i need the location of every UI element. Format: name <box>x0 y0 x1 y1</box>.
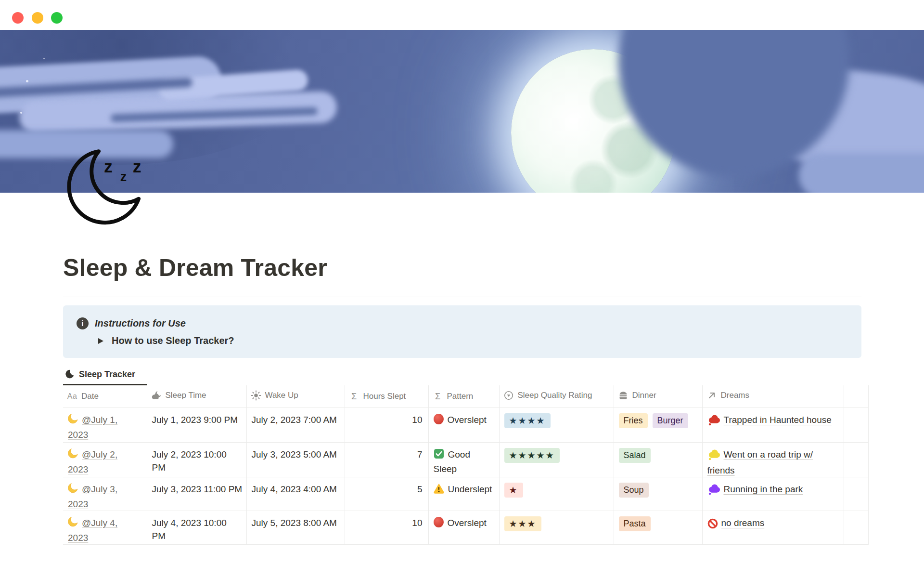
cell-wake-up[interactable]: July 3, 2023 5:00 AM <box>246 443 345 477</box>
warning-emoji <box>434 483 444 497</box>
window-titlebar <box>0 0 924 30</box>
cell-blank <box>844 477 868 511</box>
star-rating-tag[interactable]: ★ <box>504 483 523 498</box>
table-row: @July 2, 2023July 2, 2023 10:00 PMJuly 3… <box>63 443 868 477</box>
cell-sleep-time[interactable]: July 1, 2023 9:00 PM <box>147 408 246 443</box>
cell-hours-slept[interactable]: 10 <box>345 408 428 443</box>
toggle-triangle-icon[interactable] <box>98 338 103 344</box>
cell-blank <box>844 443 868 477</box>
window-minimize-button[interactable] <box>32 12 43 24</box>
table-body: @July 1, 2023July 1, 2023 9:00 PMJuly 2,… <box>63 408 868 545</box>
column-header-sleep-quality-rating[interactable]: Sleep Quality Rating <box>499 385 614 408</box>
cell-pattern[interactable]: Underslept <box>428 477 499 511</box>
cell-blank <box>844 511 868 545</box>
cell-date[interactable]: @July 3, 2023 <box>63 477 147 511</box>
cell-hours-slept[interactable]: 10 <box>345 511 428 545</box>
crescent-moon-emoji <box>68 483 79 498</box>
cell-sleep-quality-rating[interactable]: ★★★★ <box>499 408 614 443</box>
sigma-icon: Σ <box>349 391 359 402</box>
cell-wake-up[interactable]: July 2, 2023 7:00 AM <box>246 408 345 443</box>
red-circle-emoji <box>434 517 444 531</box>
star-dot <box>20 112 22 114</box>
cell-dinner[interactable]: Pasta <box>614 511 702 545</box>
cell-sleep-time[interactable]: July 4, 2023 10:00 PM <box>147 511 246 545</box>
cell-sleep-quality-rating[interactable]: ★ <box>499 477 614 511</box>
star-dot <box>26 80 28 82</box>
column-header-sleep-time[interactable]: Sleep Time <box>147 385 246 408</box>
cell-dreams[interactable]: Trapped in Haunted house <box>702 408 844 443</box>
dream-page-link[interactable]: Running in the park <box>724 484 803 494</box>
dinner-tag-fries[interactable]: Fries <box>619 413 648 428</box>
page-icon-sleeping-moon-zzz[interactable]: z z z <box>66 147 151 226</box>
dream-page-link[interactable]: Went on a road trip w/ friends <box>707 449 813 475</box>
pattern-label: Underslept <box>448 484 492 494</box>
cell-date[interactable]: @July 1, 2023 <box>63 408 147 443</box>
cell-hours-slept[interactable]: 5 <box>345 477 428 511</box>
cell-hours-slept[interactable]: 7 <box>345 443 428 477</box>
select-icon <box>503 390 514 401</box>
page-title[interactable]: Sleep & Dream Tracker <box>63 253 868 282</box>
window-zoom-button[interactable] <box>51 12 63 24</box>
column-header-hours-slept[interactable]: ΣHours Slept <box>345 385 428 408</box>
cell-wake-up[interactable]: July 4, 2023 4:00 AM <box>246 477 345 511</box>
pattern-label: Overslept <box>448 415 487 425</box>
no-entry-emoji <box>707 518 718 532</box>
cell-pattern[interactable]: Good Sleep <box>428 443 499 477</box>
column-header-dinner[interactable]: Dinner <box>614 385 702 408</box>
pattern-label: Overslept <box>448 518 487 528</box>
cell-dreams[interactable]: Went on a road trip w/ friends <box>702 443 844 477</box>
cell-dinner[interactable]: Salad <box>614 443 702 477</box>
instructions-callout: i Instructions for Use How to use Sleep … <box>63 305 861 358</box>
column-label: Wake Up <box>265 391 298 400</box>
star-rating-tag[interactable]: ★★★ <box>504 516 541 531</box>
cell-sleep-quality-rating[interactable]: ★★★ <box>499 511 614 545</box>
dream-page-link[interactable]: no dreams <box>721 518 765 528</box>
column-label: Pattern <box>447 392 474 401</box>
column-label: Hours Slept <box>363 392 406 401</box>
dinner-tag-pasta[interactable]: Pasta <box>619 516 651 531</box>
callout-title: Instructions for Use <box>95 318 186 329</box>
cell-pattern[interactable]: Overslept <box>428 511 499 545</box>
tab-sleep-tracker[interactable]: Sleep Tracker <box>63 365 147 385</box>
window-close-button[interactable] <box>12 12 24 24</box>
crescent-moon-emoji <box>68 448 79 463</box>
star-rating-tag[interactable]: ★★★★★ <box>504 448 560 463</box>
toggle-label: How to use Sleep Tracker? <box>112 335 234 346</box>
column-label: Dinner <box>632 391 656 400</box>
cell-date[interactable]: @July 4, 2023 <box>63 511 147 545</box>
dinner-tag-burger[interactable]: Burger <box>653 413 688 428</box>
table-row: @July 1, 2023July 1, 2023 9:00 PMJuly 2,… <box>63 408 868 443</box>
crescent-moon-emoji <box>68 516 79 531</box>
cell-date[interactable]: @July 2, 2023 <box>63 443 147 477</box>
title-icon: Aa <box>67 391 77 402</box>
star-rating-tag[interactable]: ★★★★ <box>504 413 551 428</box>
column-header-blank <box>844 385 868 408</box>
column-header-pattern[interactable]: ΣPattern <box>428 385 499 408</box>
purple-cloud-emoji <box>707 483 720 499</box>
cloud-moon-icon <box>151 390 162 401</box>
dinner-tag-salad[interactable]: Salad <box>619 448 651 463</box>
dream-page-link[interactable]: Trapped in Haunted house <box>724 415 832 425</box>
check-emoji <box>434 448 444 462</box>
cell-sleep-quality-rating[interactable]: ★★★★★ <box>499 443 614 477</box>
column-label: Dreams <box>721 391 750 400</box>
column-header-wake-up[interactable]: Wake Up <box>246 385 345 408</box>
yellow-cloud-emoji <box>707 448 720 464</box>
dinner-tag-soup[interactable]: Soup <box>619 483 649 498</box>
column-header-dreams[interactable]: Dreams <box>702 385 844 408</box>
cell-dinner[interactable]: FriesBurger <box>614 408 702 443</box>
cell-dreams[interactable]: Running in the park <box>702 477 844 511</box>
cell-sleep-time[interactable]: July 2, 2023 10:00 PM <box>147 443 246 477</box>
crescent-moon-icon <box>64 369 75 380</box>
column-label: Sleep Quality Rating <box>518 391 592 400</box>
zzz-letter: z <box>104 157 113 176</box>
cell-wake-up[interactable]: July 5, 2023 8:00 AM <box>246 511 345 545</box>
column-header-date[interactable]: AaDate <box>63 385 147 408</box>
cell-dreams[interactable]: no dreams <box>702 511 844 545</box>
toggle-how-to-use[interactable]: How to use Sleep Tracker? <box>98 335 848 346</box>
cell-dinner[interactable]: Soup <box>614 477 702 511</box>
sun-icon <box>251 390 261 401</box>
cell-pattern[interactable]: Overslept <box>428 408 499 443</box>
view-tab-bar: Sleep Tracker <box>63 365 868 385</box>
cell-sleep-time[interactable]: July 3, 2023 11:00 PM <box>147 477 246 511</box>
